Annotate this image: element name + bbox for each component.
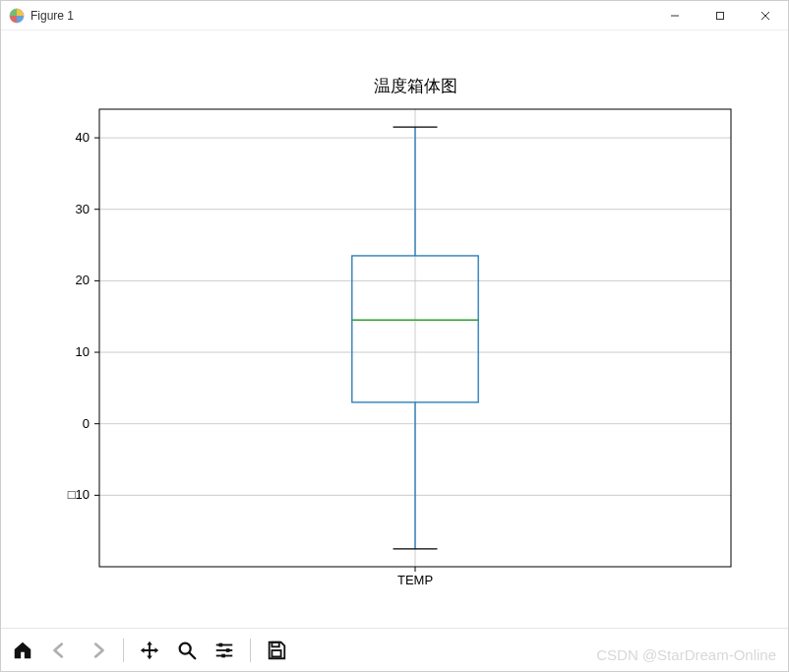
toolbar-separator — [250, 639, 251, 662]
forward-icon[interactable] — [84, 637, 111, 664]
minimize-button[interactable] — [652, 1, 698, 30]
configure-icon[interactable] — [211, 637, 238, 664]
window-controls — [652, 1, 788, 30]
svg-rect-12 — [221, 653, 225, 657]
svg-line-6 — [190, 652, 196, 658]
y-tick-label: 0 — [83, 416, 90, 431]
watermark-text: CSDN @StarDream-Online — [596, 646, 776, 663]
pan-icon[interactable] — [136, 637, 163, 664]
boxplot-chart: 温度箱体图□10010203040TEMP — [1, 31, 788, 628]
chart-title: 温度箱体图 — [374, 77, 457, 95]
window-title: Figure 1 — [30, 9, 652, 23]
toolbar-separator — [123, 639, 124, 662]
plot-area[interactable]: 温度箱体图□10010203040TEMP — [1, 31, 788, 628]
figure-window: Figure 1 温度箱体图□10010203040TEMP — [0, 0, 789, 672]
svg-rect-14 — [272, 650, 280, 656]
svg-rect-10 — [226, 648, 230, 652]
maximize-button[interactable] — [698, 1, 743, 30]
close-button[interactable] — [743, 1, 788, 30]
zoom-icon[interactable] — [173, 637, 201, 664]
y-tick-label: 10 — [76, 344, 90, 359]
back-icon[interactable] — [46, 637, 74, 664]
matplotlib-toolbar: CSDN @StarDream-Online — [1, 628, 788, 671]
svg-rect-2 — [717, 12, 724, 19]
window-titlebar: Figure 1 — [1, 1, 788, 31]
y-tick-label: 30 — [76, 202, 90, 216]
y-tick-label: □10 — [68, 487, 90, 502]
x-tick-label: TEMP — [397, 573, 433, 587]
y-tick-label: 40 — [76, 130, 90, 145]
svg-rect-8 — [219, 642, 223, 646]
app-icon — [9, 8, 25, 24]
save-icon[interactable] — [263, 637, 290, 664]
y-tick-label: 20 — [76, 273, 90, 287]
home-icon[interactable] — [9, 637, 36, 664]
svg-rect-13 — [272, 641, 278, 646]
